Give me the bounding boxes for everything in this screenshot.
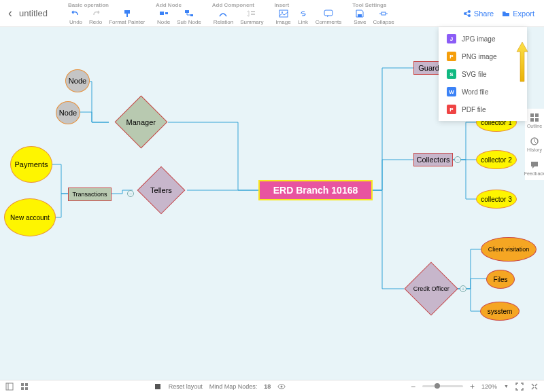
sysstem-node[interactable]: sysstem — [480, 302, 520, 321]
svg-point-9 — [282, 12, 283, 13]
export-word[interactable]: WWord file — [439, 83, 527, 101]
tool-group-label: Tool Settings — [352, 2, 386, 8]
collectors-node[interactable]: Collectors — [413, 153, 453, 166]
export-pdf[interactable]: PPDF file — [439, 101, 527, 118]
export-button[interactable]: Export — [502, 10, 534, 18]
zoom-dropdown-icon[interactable]: ▼ — [504, 384, 509, 389]
svg-rect-11 — [358, 14, 362, 17]
svg-rect-21 — [6, 383, 13, 390]
tellers-node[interactable]: Tellers — [137, 166, 186, 215]
reset-icon — [154, 382, 162, 391]
collapse-toggle[interactable]: − — [127, 190, 134, 197]
svg-rect-7 — [251, 14, 255, 15]
svg-rect-19 — [535, 118, 539, 122]
add-node-button[interactable]: Node — [156, 9, 171, 25]
tool-group-label: Basic operation — [68, 2, 109, 8]
insert-image-button[interactable]: Image — [274, 9, 292, 25]
manager-node[interactable]: Manager — [115, 96, 168, 149]
tool-group-addcomponent: Add Component Relation Summary — [212, 2, 265, 25]
central-node[interactable]: ERD Branch 10168 — [258, 180, 373, 200]
payments-node[interactable]: Payments — [10, 146, 52, 183]
word-icon: W — [447, 87, 456, 96]
grid-icon[interactable] — [20, 382, 29, 391]
svg-rect-22 — [21, 383, 24, 386]
svg-icon: S — [447, 69, 456, 79]
zoom-slider[interactable] — [422, 385, 463, 387]
sidebar-history[interactable]: History — [526, 137, 543, 152]
export-jpg[interactable]: JJPG image — [439, 30, 527, 48]
collector3-node[interactable]: collector 3 — [476, 190, 517, 209]
nodes-count: 18 — [264, 383, 271, 390]
tool-group-basic: Basic operation Undo Redo Format Painter — [68, 2, 146, 25]
zoom-in-button[interactable]: + — [470, 382, 475, 391]
svg-point-28 — [281, 385, 283, 387]
pdf-icon: P — [447, 105, 456, 114]
export-menu: JJPG image PPNG image SSVG file WWord fi… — [439, 27, 527, 121]
zoom-value: 120% — [481, 383, 497, 390]
expand-icon[interactable] — [530, 382, 539, 391]
undo-button[interactable]: Undo — [68, 9, 84, 25]
jpg-icon: J — [447, 34, 456, 43]
transactions-node[interactable]: Transactions — [68, 188, 112, 201]
tool-group-label: Add Node — [156, 2, 182, 8]
svg-rect-10 — [324, 10, 333, 16]
export-png[interactable]: PPNG image — [439, 48, 527, 65]
node-circle-1[interactable]: Node — [65, 69, 90, 92]
summary-button[interactable]: Summary — [239, 9, 265, 25]
svg-rect-3 — [165, 12, 168, 14]
reset-layout-button[interactable]: Reset layout — [169, 383, 203, 390]
collapse-toggle[interactable]: + — [460, 285, 466, 292]
svg-rect-12 — [381, 12, 386, 15]
eye-icon[interactable] — [277, 382, 286, 391]
back-button[interactable]: ‹ — [1, 6, 19, 20]
svg-rect-5 — [190, 14, 193, 16]
svg-rect-2 — [160, 12, 164, 15]
export-svg[interactable]: SSVG file — [439, 65, 527, 83]
files-node[interactable]: Files — [486, 270, 515, 289]
sidebar-outline[interactable]: Outline — [526, 113, 543, 128]
clientvisit-node[interactable]: Client visitation — [481, 237, 537, 262]
hint-arrow-icon — [515, 41, 529, 88]
sidebar-feedback[interactable]: Feedback — [526, 160, 543, 176]
svg-rect-4 — [185, 10, 189, 13]
tool-group-insert: Insert Image Link Comments — [274, 2, 343, 25]
tool-group-label: Add Component — [212, 2, 254, 8]
share-button[interactable]: Share — [463, 10, 494, 18]
redo-button[interactable]: Redo — [88, 9, 103, 25]
png-icon: P — [447, 52, 456, 61]
topbar: ‹ untitled Basic operation Undo Redo For… — [0, 0, 544, 27]
fullscreen-icon[interactable] — [515, 382, 524, 391]
svg-rect-18 — [530, 118, 534, 122]
svg-rect-25 — [25, 387, 28, 390]
collapse-toggle[interactable]: − — [454, 156, 461, 163]
creditofficer-node[interactable]: Credit Officer — [404, 262, 458, 315]
tool-group-settings: Tool Settings Save Collapse — [352, 2, 395, 25]
svg-rect-24 — [21, 387, 24, 390]
tool-group-addnode: Add Node Node Sub Node — [156, 2, 203, 25]
insert-comments-button[interactable]: Comments — [314, 9, 343, 25]
nodes-label: Mind Map Nodes: — [209, 383, 258, 390]
save-button[interactable]: Save — [352, 9, 367, 25]
add-subnode-button[interactable]: Sub Node — [175, 9, 203, 25]
format-painter-button[interactable]: Format Painter — [107, 9, 146, 25]
collapse-button[interactable]: Collapse — [372, 9, 396, 25]
svg-rect-6 — [251, 11, 255, 12]
insert-link-button[interactable]: Link — [296, 9, 310, 25]
statusbar: Reset layout Mind Map Nodes: 18 − + 120%… — [0, 380, 544, 392]
svg-rect-26 — [155, 384, 160, 389]
tool-group-label: Insert — [274, 2, 289, 8]
svg-rect-17 — [535, 113, 539, 117]
relation-button[interactable]: Relation — [212, 9, 235, 25]
svg-rect-23 — [25, 383, 28, 386]
node-circle-2[interactable]: Node — [56, 101, 80, 124]
document-title[interactable]: untitled — [19, 8, 48, 18]
layout-icon[interactable] — [5, 382, 14, 391]
newaccount-node[interactable]: New account — [4, 198, 56, 236]
right-sidebar: Outline History Feedback — [525, 109, 544, 180]
collector2-node[interactable]: collector 2 — [476, 150, 517, 169]
svg-rect-0 — [124, 10, 130, 14]
svg-rect-16 — [530, 113, 534, 117]
svg-rect-1 — [126, 14, 128, 17]
zoom-out-button[interactable]: − — [411, 382, 415, 391]
